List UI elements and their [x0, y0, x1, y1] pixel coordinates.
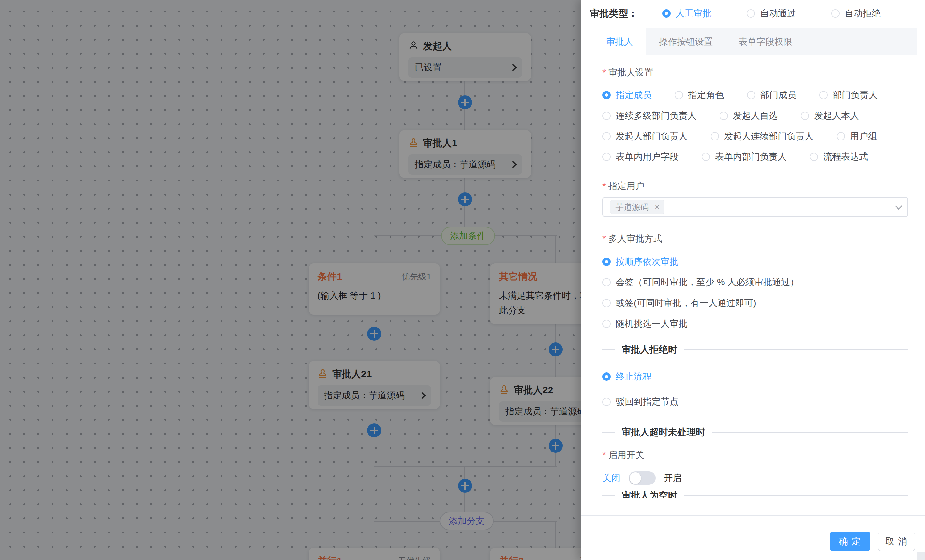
multi-mode-row4: 随机挑选一人审批 — [603, 318, 908, 330]
radio-dept-member[interactable]: 部门成员 — [747, 89, 796, 101]
required-asterisk: * — [603, 233, 606, 244]
radio-icon — [747, 91, 755, 99]
radio-return-to-node[interactable]: 驳回到指定节点 — [603, 396, 679, 408]
tabs-header: 审批人 操作按钮设置 表单字段权限 — [594, 29, 917, 55]
switch-on-label[interactable]: 开启 — [664, 472, 682, 484]
radio-initiator-choose[interactable]: 发起人自选 — [720, 110, 778, 122]
reject-row1: 终止流程 — [603, 370, 908, 383]
approval-type-row: 审批类型： 人工审批 自动通过 自动拒绝 — [590, 5, 916, 23]
radio-user-group[interactable]: 用户组 — [837, 130, 877, 143]
radio-countersign[interactable]: 会签（可同时审批，至少 % 人必须审批通过） — [603, 276, 799, 289]
tab-form-field-permissions[interactable]: 表单字段权限 — [726, 29, 805, 55]
timeout-toggle[interactable] — [628, 471, 655, 485]
multi-mode-row1: 按顺序依次审批 — [603, 255, 908, 268]
radio-icon — [603, 257, 611, 266]
radio-icon — [603, 112, 611, 120]
radio-form-dept-leader[interactable]: 表单内部门负责人 — [702, 151, 787, 163]
approver-config-drawer: 审批类型： 人工审批 自动通过 自动拒绝 审批人 — [581, 0, 925, 560]
switch-off-label[interactable]: 关闭 — [603, 472, 620, 484]
cancel-button[interactable]: 取 消 — [878, 532, 915, 551]
radio-sequential-approval[interactable]: 按顺序依次审批 — [603, 255, 679, 268]
radio-auto-approve[interactable]: 自动通过 — [747, 7, 796, 20]
confirm-button[interactable]: 确 定 — [830, 532, 870, 551]
radio-initiator-self[interactable]: 发起人本人 — [801, 110, 859, 122]
multi-mode-label: * 多人审批方式 — [603, 233, 908, 244]
radio-icon — [702, 153, 710, 161]
approver-setting-row4: 表单内用户字段 表单内部门负责人 流程表达式 — [603, 151, 908, 163]
timeout-switch-row: 关闭 开启 — [603, 470, 908, 486]
timeout-section-title: 审批人超时未处理时 — [615, 426, 712, 439]
config-tabs-card: 审批人 操作按钮设置 表单字段权限 * 审批人设置 — [593, 28, 917, 498]
multi-mode-row3: 或签(可同时审批，有一人通过即可) — [603, 297, 908, 309]
required-asterisk: * — [603, 181, 606, 192]
radio-icon — [747, 9, 755, 18]
tab-action-buttons[interactable]: 操作按钮设置 — [646, 29, 726, 55]
required-asterisk: * — [603, 449, 606, 461]
approver-setting-row1: 指定成员 指定角色 部门成员 部门负责人 — [603, 89, 908, 101]
radio-initiator-dept-leader[interactable]: 发起人部门负责人 — [603, 130, 687, 143]
reject-section-title: 审批人拒绝时 — [615, 343, 684, 356]
chevron-down-icon — [895, 203, 902, 210]
radio-icon — [801, 112, 809, 120]
empty-approver-section-title: 审批人为空时 — [615, 489, 684, 498]
radio-designated-role[interactable]: 指定角色 — [675, 89, 724, 101]
radio-icon — [820, 91, 828, 99]
scrollbar-corner — [917, 552, 925, 560]
radio-icon — [603, 91, 611, 99]
radio-icon — [603, 372, 611, 381]
radio-icon — [675, 91, 683, 99]
timeout-section-divider: 审批人超时未处理时 — [603, 426, 908, 438]
approver-setting-label: * 审批人设置 — [603, 67, 908, 78]
multi-mode-row2: 会签（可同时审批，至少 % 人必须审批通过） — [603, 276, 908, 289]
radio-icon — [603, 278, 611, 286]
radio-manual-approval[interactable]: 人工审批 — [662, 7, 711, 20]
radio-icon — [603, 153, 611, 161]
reject-row2: 驳回到指定节点 — [603, 396, 908, 408]
tab-panel-approver: * 审批人设置 指定成员 指定角色 部门成员 — [594, 55, 917, 498]
radio-icon — [831, 9, 839, 18]
radio-form-user-field[interactable]: 表单内用户字段 — [603, 151, 679, 163]
workflow-designer-screen: 发起人 已设置 审批人1 指定成员：芋道源码 — [0, 0, 925, 560]
radio-initiator-multi-dept-leader[interactable]: 发起人连续部门负责人 — [711, 130, 814, 143]
radio-icon — [810, 153, 818, 161]
radio-icon — [837, 132, 845, 140]
radio-icon — [720, 112, 728, 120]
radio-icon — [603, 299, 611, 307]
reject-section-divider: 审批人拒绝时 — [603, 344, 908, 355]
enable-switch-label: * 启用开关 — [603, 449, 908, 461]
approver-setting-row2: 连续多级部门负责人 发起人自选 发起人本人 — [603, 110, 908, 122]
approval-type-label: 审批类型： — [590, 7, 638, 20]
radio-terminate-process[interactable]: 终止流程 — [603, 370, 652, 383]
radio-icon — [711, 132, 719, 140]
radio-random-one[interactable]: 随机挑选一人审批 — [603, 318, 687, 330]
toggle-knob — [630, 472, 641, 484]
radio-icon — [662, 9, 670, 18]
assign-user-select[interactable]: 芋道源码 × — [603, 197, 908, 217]
radio-or-sign[interactable]: 或签(可同时审批，有一人通过即可) — [603, 297, 756, 309]
tab-approver[interactable]: 审批人 — [594, 29, 646, 55]
assign-user-label: * 指定用户 — [603, 181, 908, 192]
radio-designated-member[interactable]: 指定成员 — [603, 89, 652, 101]
radio-icon — [603, 132, 611, 140]
radio-auto-reject[interactable]: 自动拒绝 — [831, 7, 880, 20]
empty-approver-section-divider: 审批人为空时 — [603, 490, 908, 498]
tag-close-icon[interactable]: × — [652, 201, 662, 214]
radio-dept-leader[interactable]: 部门负责人 — [820, 89, 878, 101]
required-asterisk: * — [603, 67, 606, 78]
approver-setting-row3: 发起人部门负责人 发起人连续部门负责人 用户组 — [603, 130, 908, 143]
radio-icon — [603, 320, 611, 328]
user-tag: 芋道源码 × — [610, 200, 664, 214]
radio-process-expression[interactable]: 流程表达式 — [810, 151, 868, 163]
radio-icon — [603, 398, 611, 406]
radio-multi-level-dept-leader[interactable]: 连续多级部门负责人 — [603, 110, 696, 122]
